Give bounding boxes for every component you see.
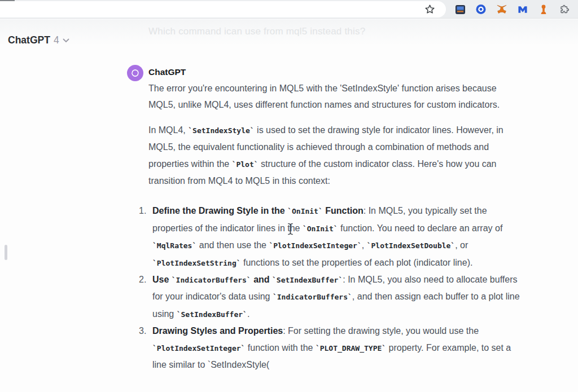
list-item-text: Define the Drawing Style in the `OnInit`… xyxy=(152,206,502,267)
list-item-text: Use `IndicatorBuffers` and `SetIndexBuff… xyxy=(152,275,520,319)
message-sender-label: ChatGPT xyxy=(148,67,186,77)
chatgpt-avatar xyxy=(127,65,143,81)
model-switcher[interactable]: ChatGPT 4 xyxy=(8,34,69,46)
malwarebytes-extension-icon[interactable] xyxy=(518,5,528,15)
previous-user-message-faded: Which command ican use from mql5 instead… xyxy=(148,26,365,37)
message-paragraph: In MQL4, `SetIndexStyle` is used to set … xyxy=(148,122,520,190)
model-name: ChatGPT xyxy=(8,34,50,46)
chevron-down-icon xyxy=(63,38,69,43)
sidebar-toggle-handle[interactable] xyxy=(5,245,7,260)
target-extension-icon[interactable] xyxy=(476,5,486,15)
list-item-number: 1. xyxy=(139,202,146,219)
browser-toolbar xyxy=(0,0,578,19)
list-item: 2. Use `IndicatorBuffers` and `SetIndexB… xyxy=(152,271,520,323)
message-paragraph: The error you're encountering in MQL5 wi… xyxy=(148,80,520,113)
extensions-row xyxy=(455,0,570,19)
metamask-fox-extension-icon[interactable] xyxy=(497,5,507,15)
extensions-puzzle-icon[interactable] xyxy=(559,5,570,15)
list-item-text: Drawing Styles and Properties: For setti… xyxy=(152,326,511,369)
bookmark-star-icon[interactable] xyxy=(424,3,436,15)
list-item-number: 2. xyxy=(139,271,146,288)
ibeam-mouse-cursor xyxy=(287,223,294,235)
numbered-list: 1. Define the Drawing Style in the `OnIn… xyxy=(152,202,520,373)
list-item: 1. Define the Drawing Style in the `OnIn… xyxy=(152,202,520,271)
pawn-extension-icon[interactable] xyxy=(538,5,549,15)
openai-logo-icon xyxy=(130,68,140,78)
assistant-message-body: The error you're encountering in MQL5 wi… xyxy=(148,80,520,373)
list-item: 3. Drawing Styles and Properties: For se… xyxy=(152,323,520,373)
chatgpt-page: Which command ican use from mql5 instead… xyxy=(0,19,578,392)
address-bar[interactable] xyxy=(0,1,446,17)
list-item-number: 3. xyxy=(139,323,146,339)
model-version: 4 xyxy=(54,34,59,46)
screenshot-extension-icon[interactable] xyxy=(455,5,465,15)
